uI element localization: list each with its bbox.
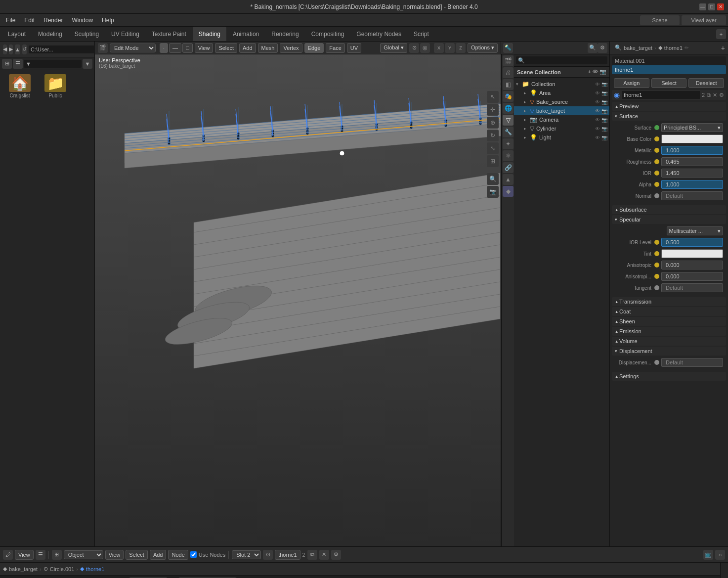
edge-menu-btn[interactable]: Edge (304, 43, 324, 53)
mat-settings-btn[interactable]: ⚙ (331, 550, 341, 560)
node-editor[interactable]: ◆ bake_target › ⊙ Circle.001 › ◆ thorne1… (0, 563, 720, 578)
tab-texture-paint[interactable]: Texture Paint (146, 27, 192, 41)
metallic-value[interactable]: 1.000 (661, 146, 723, 155)
tangent-dot[interactable] (654, 285, 659, 290)
bottom-mode-select[interactable]: Object Edit Mode (64, 550, 103, 559)
bottom-icon2[interactable]: ⊞ (52, 550, 62, 560)
emission-header[interactable]: ▸ Emission (612, 327, 726, 336)
use-nodes-checkbox[interactable] (190, 551, 197, 558)
modifier-props-icon[interactable]: 🔧 (503, 127, 514, 137)
bottom-viewport-type[interactable]: 🖊 (3, 550, 13, 560)
ior-level-dot[interactable] (654, 240, 659, 245)
coat-header[interactable]: ▸ Coat (612, 307, 726, 316)
tab-modeling[interactable]: Modeling (32, 27, 68, 41)
preview-header[interactable]: ▸ Preview (612, 102, 726, 111)
uv-menu-btn[interactable]: UV (347, 43, 361, 53)
ior-level-value[interactable]: 0.500 (661, 238, 723, 247)
physics-icon[interactable]: ⚛ (503, 150, 514, 161)
output-props-icon[interactable]: 🖨 (503, 67, 514, 78)
tab-compositing[interactable]: Compositing (305, 27, 350, 41)
menu-window[interactable]: Window (68, 16, 97, 25)
edit-mode-selector[interactable]: Edit Mode Object Mode (110, 44, 156, 52)
tint-dot[interactable] (654, 251, 659, 256)
anisotropi2-value[interactable]: 0.000 (661, 272, 723, 281)
menu-render[interactable]: Render (40, 16, 67, 25)
vertex-menu-btn[interactable]: Vertex (280, 43, 302, 53)
view-menu-btn[interactable]: View (195, 43, 214, 53)
tree-item-bake-source[interactable]: ▸ ▽ Bake_source 👁 📷 (514, 97, 609, 106)
add-menu-btn[interactable]: Add (239, 43, 256, 53)
viewport-type-icon[interactable]: 🎬 (98, 43, 108, 53)
snap-btn[interactable]: ⊙ (409, 43, 419, 53)
panel-icon-filter[interactable]: 🔍 (588, 43, 598, 53)
proportional-btn[interactable]: ◎ (420, 43, 430, 53)
tint-value[interactable] (661, 249, 723, 258)
surface-header[interactable]: ▾ Surface (612, 112, 726, 121)
nav-reload-button[interactable]: ↺ (22, 44, 27, 54)
breadcrumb-material[interactable]: thorne1 (664, 45, 683, 51)
breadcrumb-object[interactable]: bake_target (624, 45, 652, 51)
face-menu-btn[interactable]: Face (326, 43, 344, 53)
metallic-dot[interactable] (654, 148, 659, 153)
assign-button[interactable]: Assign (614, 78, 649, 88)
tab-uv-editing[interactable]: UV Editing (105, 27, 145, 41)
tab-rendering[interactable]: Rendering (265, 27, 304, 41)
maximize-button[interactable]: □ (708, 3, 715, 10)
tree-item-camera[interactable]: ▸ 📷 Camera 👁 📷 (514, 115, 609, 124)
subsurface-header[interactable]: ▸ Subsurface (612, 205, 726, 214)
world-props-icon[interactable]: 🌐 (503, 103, 514, 114)
select-menu-btn[interactable]: Select (215, 43, 237, 53)
nav-back-button[interactable]: ◀ (3, 44, 7, 54)
close-button[interactable]: ✕ (717, 3, 724, 10)
select-tool-btn[interactable]: ↖ (487, 91, 499, 103)
slot-select[interactable]: Slot 2 Slot 1 (232, 550, 261, 559)
camera-btn[interactable]: 📷 (487, 186, 499, 198)
bottom-view-btn[interactable]: View (15, 550, 34, 560)
material-icon[interactable]: ◆ (503, 186, 514, 197)
bottom-select-btn[interactable]: Select (126, 550, 148, 560)
base-color-value[interactable] (661, 134, 723, 143)
xyz-y-btn[interactable]: Y (445, 43, 455, 53)
tab-geometry-nodes[interactable]: Geometry Nodes (350, 27, 407, 41)
material-settings-icon[interactable]: ⚙ (719, 92, 724, 98)
material-item-1[interactable]: thorne1 (612, 65, 726, 74)
material-unlink-icon[interactable]: ✕ (713, 92, 717, 98)
tab-animation[interactable]: Animation (227, 27, 265, 41)
data-icon[interactable]: ▲ (503, 174, 514, 185)
view-layer-icon[interactable]: ◧ (503, 79, 514, 90)
material-name-bottom[interactable]: thorne1 (275, 550, 300, 560)
nb-circle[interactable]: Circle.001 (50, 566, 75, 572)
normal-dot[interactable] (654, 193, 659, 198)
filter-button[interactable]: ▼ (83, 59, 92, 69)
cursor-tool-btn[interactable]: ✛ (487, 104, 499, 116)
nav-forward-button[interactable]: ▶ (9, 44, 13, 54)
bottom-add-btn[interactable]: Add (150, 550, 167, 560)
material-name-input[interactable] (622, 91, 700, 99)
deselect-button[interactable]: Deselect (688, 78, 724, 88)
constraints-icon[interactable]: 🔗 (503, 162, 514, 173)
collection-view-icon[interactable]: 👁 (593, 69, 598, 75)
path-input[interactable] (29, 45, 101, 53)
rotate-tool-btn[interactable]: ↻ (487, 130, 499, 141)
volume-header[interactable]: ▸ Volume (612, 337, 726, 346)
panel-icon-settings[interactable]: ⚙ (598, 43, 607, 53)
nb-object[interactable]: bake_target (9, 566, 38, 572)
vert-mode-btn[interactable]: · (160, 43, 168, 53)
scene-selector[interactable]: Scene (640, 15, 680, 25)
anisotropi2-dot[interactable] (654, 274, 659, 279)
tree-item-bake-target[interactable]: ▸ ▽ bake_target 👁 📷 (514, 106, 609, 115)
folder-craigslist[interactable]: 🏠 Craigslist (4, 74, 36, 98)
nb-material[interactable]: thorne1 (86, 566, 104, 572)
transform-tool-btn[interactable]: ⊞ (487, 155, 499, 167)
minimize-button[interactable]: — (699, 3, 706, 10)
render-props-icon[interactable]: 🎬 (503, 55, 514, 66)
transform-orient-btn[interactable]: Global ▾ (380, 43, 407, 53)
viewlayer-selector[interactable]: ViewLayer (682, 15, 726, 25)
mat-unlink-btn[interactable]: ✕ (319, 550, 329, 560)
tree-item-collection[interactable]: ▾ 📁 Collection 👁 📷 (514, 80, 609, 89)
tab-sculpting[interactable]: Sculpting (69, 27, 105, 41)
xyz-z-btn[interactable]: Z (456, 43, 466, 53)
list-toggle[interactable]: ☰ (13, 59, 23, 69)
surface-type-dropdown[interactable]: Principled BS... ▾ (661, 123, 723, 132)
edge-mode-btn[interactable]: — (169, 43, 181, 53)
